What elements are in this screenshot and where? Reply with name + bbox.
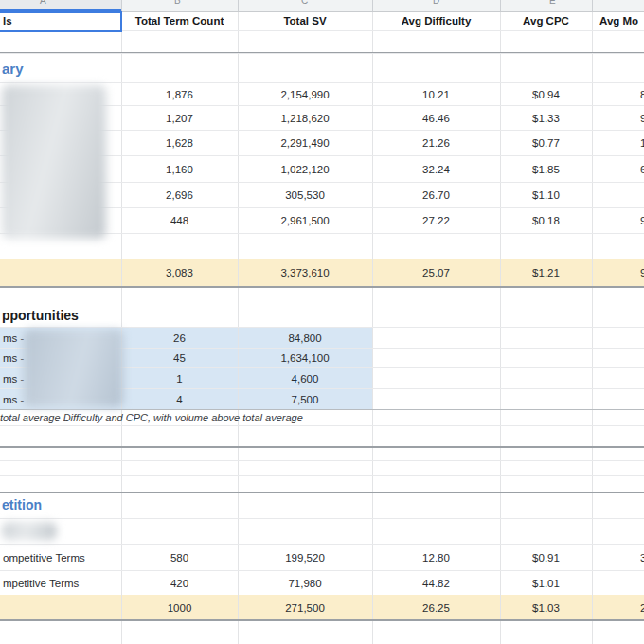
table-row[interactable] xyxy=(0,31,644,54)
table-row[interactable] xyxy=(0,426,644,446)
header-keywords[interactable]: ls xyxy=(0,15,121,27)
summary-total-row[interactable]: 3,083 3,373,610 25.07 $1.21 9 xyxy=(0,259,644,286)
cell-term-count[interactable]: 3,083 xyxy=(121,267,238,278)
cell-avg-monthly[interactable]: 2 xyxy=(592,595,644,620)
opportunity-label[interactable]: ms - xyxy=(0,394,121,405)
cell-term-count[interactable]: 1,160 xyxy=(121,164,238,175)
cell-term-count[interactable]: 1,207 xyxy=(121,113,238,124)
cell-avg-cpc[interactable]: $0.94 xyxy=(500,89,592,100)
cell-avg-cpc[interactable]: $0.77 xyxy=(500,137,592,149)
cell-term-count[interactable]: 448 xyxy=(121,215,238,226)
table-row[interactable]: ms - 26 84,800 xyxy=(0,328,644,349)
column-letter[interactable]: D xyxy=(433,0,439,6)
column-letter[interactable]: A xyxy=(40,0,46,6)
cell-avg-difficulty[interactable]: 26.70 xyxy=(372,189,500,201)
cell-avg-cpc[interactable]: $1.03 xyxy=(500,602,592,614)
header-total-term-count[interactable]: Total Term Count xyxy=(121,15,238,27)
opportunities-heading[interactable]: pportunities xyxy=(0,308,238,323)
cell-total-sv[interactable]: 2,961,500 xyxy=(238,215,372,226)
table-row[interactable] xyxy=(0,461,644,476)
competition-total-row[interactable]: 1000 271,500 26.25 $1.03 2 xyxy=(0,595,644,620)
table-row[interactable] xyxy=(0,519,644,545)
column-letter[interactable]: E xyxy=(549,0,556,6)
cell-avg-monthly[interactable]: 9 xyxy=(592,259,644,286)
cell-avg-monthly[interactable]: 6 xyxy=(592,156,644,182)
cell-avg-cpc[interactable]: $1.85 xyxy=(500,164,592,175)
cell-term-count[interactable]: 4 xyxy=(121,394,238,405)
cell-total-sv[interactable]: 7,500 xyxy=(238,394,372,405)
cell-avg-difficulty[interactable]: 27.22 xyxy=(372,215,500,226)
table-row[interactable]: 1,628 2,291,490 21.26 $0.77 1 xyxy=(0,131,644,156)
cell-avg-monthly[interactable]: 9 xyxy=(592,208,644,233)
cell-avg-cpc[interactable]: $0.18 xyxy=(500,215,592,226)
cell-avg-difficulty[interactable]: 26.25 xyxy=(372,602,500,614)
cell-total-sv[interactable]: 1,634,100 xyxy=(238,352,372,364)
cell-avg-difficulty[interactable]: 44.82 xyxy=(372,578,500,589)
cell-total-sv[interactable]: 71,980 xyxy=(238,578,372,589)
cell-total-sv[interactable]: 2,154,990 xyxy=(238,89,372,100)
cell-term-count[interactable]: 2,696 xyxy=(121,189,238,201)
cell-avg-difficulty[interactable]: 12.80 xyxy=(372,552,500,564)
opportunity-label[interactable]: ms - xyxy=(0,332,121,344)
cell-term-count[interactable]: 420 xyxy=(121,578,238,589)
header-avg-cpc[interactable]: Avg CPC xyxy=(500,15,592,27)
header-total-sv[interactable]: Total SV xyxy=(238,15,372,27)
table-row[interactable] xyxy=(0,621,644,644)
column-header-strip[interactable]: A B C D E xyxy=(0,0,644,12)
table-row[interactable] xyxy=(0,446,644,461)
cell-term-count[interactable]: 1,628 xyxy=(121,137,238,149)
cell-term-count[interactable]: 45 xyxy=(121,352,238,364)
cell-term-count[interactable]: 26 xyxy=(121,332,238,344)
cell-total-sv[interactable]: 2,291,490 xyxy=(238,137,372,149)
cell-avg-monthly[interactable]: 8 xyxy=(592,83,644,105)
column-letter[interactable]: B xyxy=(174,0,181,6)
selected-column-header[interactable] xyxy=(0,0,121,11)
cell-total-sv[interactable]: 305,530 xyxy=(238,189,372,201)
table-row[interactable]: mpetitive Terms 420 71,980 44.82 $1.01 xyxy=(0,571,644,595)
cell-total-sv[interactable]: 3,373,610 xyxy=(238,267,372,278)
table-row[interactable] xyxy=(0,288,644,303)
cell-avg-cpc[interactable]: $1.21 xyxy=(500,267,592,278)
table-row[interactable]: 1,160 1,022,120 32.24 $1.85 6 xyxy=(0,156,644,183)
table-row[interactable]: ms - 45 1,634,100 xyxy=(0,349,644,368)
cell-total-sv[interactable]: 199,520 xyxy=(238,552,372,564)
cell-avg-cpc[interactable]: $0.91 xyxy=(500,552,592,564)
table-row[interactable]: ompetitive Terms 580 199,520 12.80 $0.91… xyxy=(0,545,644,571)
column-letter[interactable]: C xyxy=(301,0,308,6)
cell-avg-monthly[interactable] xyxy=(592,571,644,595)
cell-term-count[interactable]: 1000 xyxy=(121,602,238,614)
cell-avg-difficulty[interactable]: 46.46 xyxy=(372,113,500,124)
competition-heading[interactable]: etition xyxy=(0,497,238,512)
cell-avg-cpc[interactable]: $1.33 xyxy=(500,113,592,124)
cell-avg-difficulty[interactable]: 32.24 xyxy=(372,164,500,175)
cell-avg-monthly[interactable]: 9 xyxy=(592,106,644,130)
table-row[interactable]: ms - 1 4,600 xyxy=(0,368,644,389)
cell-total-sv[interactable]: 1,218,620 xyxy=(238,113,372,124)
cell-avg-cpc[interactable]: $1.01 xyxy=(500,578,592,589)
cell-term-count[interactable]: 1 xyxy=(121,373,238,385)
competition-label[interactable]: ompetitive Terms xyxy=(0,552,121,564)
cell-term-count[interactable]: 1,876 xyxy=(121,89,238,100)
table-row[interactable] xyxy=(0,476,644,492)
cell-total-sv[interactable]: 271,500 xyxy=(238,602,372,614)
table-row[interactable]: 2,696 305,530 26.70 $1.10 xyxy=(0,183,644,208)
cell-term-count[interactable]: 580 xyxy=(121,552,238,564)
table-row[interactable]: 1,207 1,218,620 46.46 $1.33 9 xyxy=(0,106,644,131)
cell-avg-difficulty[interactable]: 10.21 xyxy=(372,89,500,100)
summary-heading[interactable]: ary xyxy=(0,61,238,77)
cell-avg-monthly[interactable] xyxy=(592,183,644,207)
table-row[interactable]: ms - 4 7,500 xyxy=(0,389,644,409)
header-avg-difficulty[interactable]: Avg Difficulty xyxy=(372,15,500,27)
opportunity-label[interactable]: ms - xyxy=(0,373,121,385)
cell-total-sv[interactable]: 1,022,120 xyxy=(238,164,372,175)
cell-avg-monthly[interactable]: 1 xyxy=(592,131,644,155)
table-row[interactable] xyxy=(0,234,644,259)
opportunities-heading-row[interactable]: pportunities xyxy=(0,303,644,328)
cell-avg-cpc[interactable]: $1.10 xyxy=(500,189,592,201)
competition-label[interactable]: mpetitive Terms xyxy=(0,578,121,589)
opportunity-label[interactable]: ms - xyxy=(0,352,121,364)
note-row[interactable]: total average Difficulty and CPC, with v… xyxy=(0,409,644,426)
cell-avg-monthly[interactable]: 3 xyxy=(592,545,644,570)
cell-total-sv[interactable]: 84,800 xyxy=(238,332,372,344)
cell-avg-difficulty[interactable]: 25.07 xyxy=(372,267,500,278)
